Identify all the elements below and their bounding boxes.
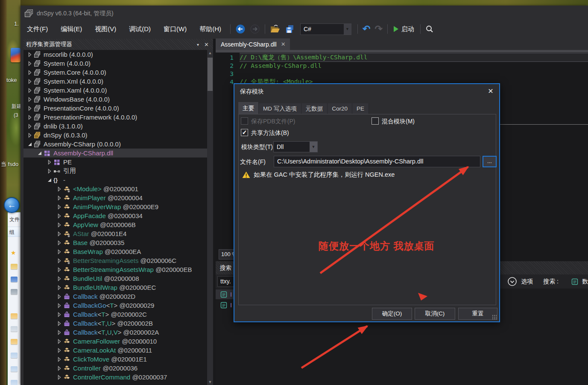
tree-item-System-Core-4-0-0-0[interactable]: System.Core (4.0.0.0)	[23, 68, 207, 77]
dialog-tab-3[interactable]: Cor20	[328, 103, 352, 114]
tree-scrollbar[interactable]: ▲ ▼	[207, 50, 213, 385]
dialog-tab-2[interactable]: 元数据	[301, 103, 328, 114]
expander-collapsed-icon[interactable]	[56, 311, 63, 318]
undo-button[interactable]: ↶	[360, 25, 372, 33]
expander-collapsed-icon[interactable]	[56, 275, 63, 282]
file-icon[interactable]	[11, 380, 18, 385]
open-file-button[interactable]	[268, 24, 283, 34]
tree-item-dnlib-3-1-0-0[interactable]: dnlib (3.1.0.0)	[23, 122, 207, 131]
tree-item-dnSpy-6-0-3-0[interactable]: dnSpy (6.0.3.0)	[23, 131, 207, 140]
tree-item-ns[interactable]: {}-	[23, 175, 207, 184]
expander-collapsed-icon[interactable]	[56, 347, 63, 354]
expander-collapsed-icon[interactable]	[56, 374, 63, 381]
dialog-tab-0[interactable]: 主要	[238, 102, 259, 114]
scrollbar-thumb[interactable]	[208, 58, 213, 91]
tree-item-ControllerCommand[interactable]: ControllerCommand @02000037	[23, 373, 207, 382]
tree-item-BundleUtil[interactable]: BundleUtil @02000008	[23, 274, 207, 283]
expander-collapsed-icon[interactable]	[46, 159, 53, 166]
code-line-3[interactable]: 3	[216, 70, 588, 78]
expander-collapsed-icon[interactable]	[56, 204, 63, 210]
tree-item-Base[interactable]: Base @02000035	[23, 238, 207, 247]
menu-item-3[interactable]: 调试(D)	[123, 22, 157, 36]
expander-collapsed-icon[interactable]	[26, 78, 33, 85]
desktop-icon-label[interactable]: toke	[6, 77, 17, 83]
library-icon[interactable]	[11, 264, 18, 269]
expander-collapsed-icon[interactable]	[56, 222, 63, 228]
share-method-bodies-checkbox[interactable]: ✓	[241, 129, 248, 136]
expander-collapsed-icon[interactable]	[56, 195, 63, 201]
scroll-down-icon[interactable]: ▼	[207, 379, 213, 385]
browse-button[interactable]: ...	[483, 156, 497, 167]
scroll-up-icon[interactable]: ▲	[207, 50, 213, 56]
tab-assembly-csharp[interactable]: Assembly-CSharp.dll ✕	[216, 38, 290, 50]
tree-item-Callback[interactable]: Callback @0200002D	[23, 292, 207, 301]
tree-item-AnimPlayer[interactable]: AnimPlayer @02000004	[23, 193, 207, 202]
options-chevron-circle-icon[interactable]	[507, 277, 517, 286]
save-pdb-checkbox[interactable]	[241, 117, 248, 125]
tree-item-CameraFollower[interactable]: CameraFollower @02000010	[23, 337, 207, 346]
tree-item-PresentationCore-4-0-0-0[interactable]: PresentationCore (4.0.0.0)	[23, 104, 207, 113]
title-bar[interactable]: dnSpy v6.0.3 (64-bit, 管理员)	[20, 6, 588, 21]
expander-collapsed-icon[interactable]	[26, 123, 33, 130]
drive-icon[interactable]	[11, 326, 18, 332]
expander-collapsed-icon[interactable]	[56, 320, 63, 327]
mixed-module-checkbox[interactable]	[372, 117, 379, 125]
expander-collapsed-icon[interactable]	[56, 213, 63, 219]
redo-button[interactable]: ↷	[372, 25, 384, 33]
tree-item-Callback-T-U-V[interactable]: Callback<T, U, V> @0200002A	[23, 328, 207, 337]
expander-collapsed-icon[interactable]	[56, 284, 63, 291]
ok-button[interactable]: 确定(O)	[372, 308, 412, 320]
expander-collapsed-icon[interactable]	[56, 230, 63, 237]
tree-item-System-Xaml-4-0-0-0[interactable]: System.Xaml (4.0.0.0)	[23, 86, 207, 95]
expander-collapsed-icon[interactable]	[56, 302, 63, 309]
tree-item-PresentationFramework-4-0-0-0[interactable]: PresentationFramework (4.0.0.0)	[23, 113, 207, 122]
expander-collapsed-icon[interactable]	[26, 96, 33, 103]
panel-menu-chevron-icon[interactable]: ▾	[193, 42, 202, 47]
expander-collapsed-icon[interactable]	[26, 132, 33, 139]
menu-item-0[interactable]: 文件(F)	[20, 22, 54, 36]
expander-expanded-icon[interactable]	[36, 150, 43, 157]
expander-collapsed-icon[interactable]	[56, 293, 63, 300]
tree-item-System-4-0-0-0[interactable]: System (4.0.0.0)	[23, 59, 207, 68]
expander-collapsed-icon[interactable]	[26, 51, 33, 58]
menu-item-4[interactable]: 窗口(W)	[157, 22, 193, 36]
expander-collapsed-icon[interactable]	[46, 168, 53, 175]
tree-item-AppView[interactable]: AppView @0200006B	[23, 220, 207, 229]
tree-item-Assembly-CSharp-dll[interactable]: Assembly-CSharp.dll	[23, 149, 207, 158]
tree-item-ns[interactable]: 引用	[23, 166, 207, 175]
tree-item-WindowsBase-4-0-0-0[interactable]: WindowsBase (4.0.0.0)	[23, 95, 207, 104]
expander-collapsed-icon[interactable]	[26, 87, 33, 94]
tree-item-Controller[interactable]: Controller @02000036	[23, 364, 207, 373]
code-line-2[interactable]: 2// Assembly-CSharp.dll	[216, 61, 588, 70]
tree-item-PE[interactable]: PE	[23, 158, 207, 166]
tree-item-CameraLookAt[interactable]: CameraLookAt @02000011	[23, 346, 207, 355]
search-assemblies-button[interactable]	[423, 25, 436, 33]
tab-close-icon[interactable]: ✕	[281, 41, 286, 47]
dialog-tab-4[interactable]: PE	[352, 103, 369, 114]
save-all-button[interactable]	[283, 24, 297, 34]
tree-item-Module[interactable]: <Module> @02000001	[23, 184, 207, 193]
expander-collapsed-icon[interactable]	[26, 69, 33, 76]
resize-grip[interactable]	[492, 315, 497, 320]
assembly-explorer-header[interactable]: 程序集资源管理器 ▾ ✕	[23, 39, 213, 50]
expander-collapsed-icon[interactable]	[56, 266, 63, 273]
filter-type-value[interactable]: 数	[582, 278, 588, 286]
menu-item-5[interactable]: 帮助(H)	[193, 22, 228, 36]
menu-item-1[interactable]: 编辑(E)	[54, 22, 88, 36]
language-select[interactable]: C# ▼	[300, 23, 351, 35]
expander-collapsed-icon[interactable]	[56, 365, 63, 372]
tree-item-BetterStreamingAssetsWrap[interactable]: BetterStreamingAssetsWrap @020000EB	[23, 265, 207, 274]
code-line-1[interactable]: 1// D:\魔龙（售）\Assembly-CSharp.dll	[216, 53, 588, 61]
expander-collapsed-icon[interactable]	[56, 338, 63, 345]
monitor-icon[interactable]	[11, 277, 18, 282]
dialog-tab-1[interactable]: MD 写入选项	[259, 103, 301, 114]
filename-input[interactable]: C:\Users\Administrator\Desktop\Assembly-…	[274, 156, 480, 167]
desktop-icon-label[interactable]: 当 fsdo	[1, 160, 18, 168]
favorites-star-icon[interactable]: ★	[11, 250, 18, 256]
tree-item-Assembly-CSharp-0-0-0-0[interactable]: Assembly-CSharp (0.0.0.0)	[23, 140, 207, 149]
tree-item-Callback-T-U[interactable]: Callback<T, U> @0200002B	[23, 319, 207, 328]
explorer-file-menu[interactable]: 文件	[8, 213, 20, 223]
tree-item-AStar[interactable]: AStar @020001E4	[23, 229, 207, 238]
explorer-back-button[interactable]: ←	[4, 197, 20, 213]
dialog-close-icon[interactable]: ✕	[486, 87, 496, 96]
